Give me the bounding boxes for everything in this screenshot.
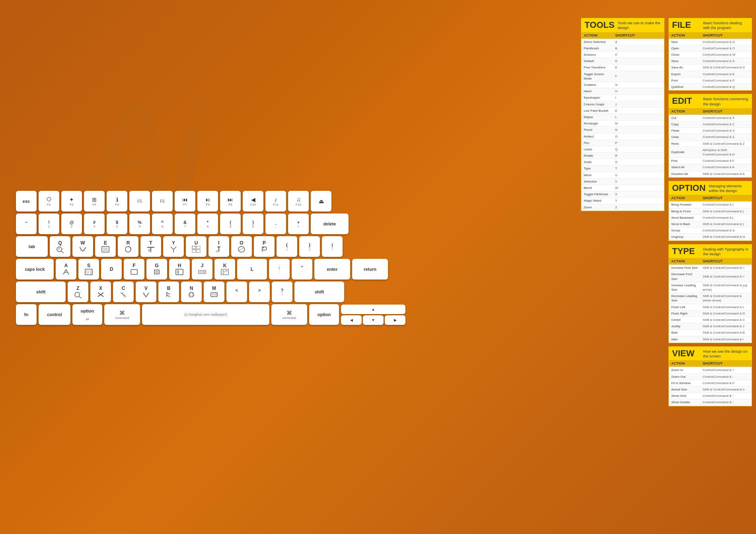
key-4[interactable]: $4 xyxy=(107,214,127,234)
key-f8[interactable]: ⏯F8 xyxy=(197,191,218,212)
key-arrow-left[interactable]: ◀ xyxy=(341,315,362,325)
key-v[interactable]: V xyxy=(136,282,156,302)
key-f11[interactable]: ♪F11 xyxy=(265,191,286,212)
key-option-right[interactable]: option xyxy=(309,304,339,325)
key-b[interactable]: B xyxy=(158,282,179,302)
key-equals[interactable]: += xyxy=(288,214,309,234)
key-return[interactable]: return xyxy=(352,259,388,280)
svg-rect-33 xyxy=(156,271,158,273)
key-s[interactable]: S xyxy=(78,259,99,280)
key-9[interactable]: (9 xyxy=(220,214,241,234)
type-panel-title: TYPE xyxy=(672,247,700,256)
key-f1[interactable]: 🌣F1 xyxy=(39,191,59,212)
key-shift-right[interactable]: shift xyxy=(294,282,344,302)
key-j[interactable]: J xyxy=(192,259,212,280)
key-f3[interactable]: ⊞F3 xyxy=(84,191,105,212)
table-row: RedoShift & Control/Command & Z xyxy=(669,140,752,147)
key-3[interactable]: #3 xyxy=(84,214,105,234)
table-row: UngroupShift & Control/Command & G xyxy=(669,234,752,240)
action-cell: Undo xyxy=(669,134,700,140)
key-f2[interactable]: ✦F2 xyxy=(61,191,82,212)
key-arrow-right[interactable]: ▶ xyxy=(385,315,405,325)
key-command-left[interactable]: ⌘command xyxy=(104,304,140,325)
key-g[interactable]: G xyxy=(146,259,167,280)
key-7[interactable]: &7 xyxy=(175,214,195,234)
key-8[interactable]: *8 xyxy=(197,214,218,234)
action-cell: Show Grid xyxy=(669,393,700,399)
key-option-left[interactable]: optionalt xyxy=(72,304,102,325)
key-period[interactable]: >. xyxy=(249,282,270,302)
key-w[interactable]: W xyxy=(72,236,93,257)
key-control[interactable]: control xyxy=(39,304,70,325)
view-table: ACTIONSHORTCUT Zoom InControl/Command & … xyxy=(669,360,752,406)
key-shift-left[interactable]: shift xyxy=(16,282,66,302)
key-f4[interactable]: ℹF4 xyxy=(107,191,127,212)
key-l[interactable]: L xyxy=(237,259,267,280)
shortcut-cell: Control/Command & V xyxy=(700,128,752,134)
key-bracket-close[interactable]: }] xyxy=(299,236,320,257)
key-n[interactable]: N xyxy=(181,282,202,302)
key-6[interactable]: ^6 xyxy=(152,214,173,234)
shortcut-cell: Control/Command & N xyxy=(700,39,752,45)
key-quote[interactable]: "' xyxy=(292,259,312,280)
key-2[interactable]: @2 xyxy=(61,214,82,234)
key-arrow-up[interactable]: ▲ xyxy=(341,305,405,314)
key-f6[interactable]: F6 xyxy=(152,191,173,212)
key-u[interactable]: U xyxy=(186,236,207,257)
key-c[interactable]: C xyxy=(113,282,134,302)
table-row: Fit In WindowControl/Command & 0 xyxy=(669,380,752,386)
key-f12[interactable]: ♫F12 xyxy=(288,191,309,212)
key-f10[interactable]: ◀F10 xyxy=(243,191,263,212)
key-space[interactable]: (a hongkiat.com wallpaper) xyxy=(142,304,269,325)
svg-text:T: T xyxy=(148,249,150,252)
key-arrow-down[interactable]: ▼ xyxy=(363,315,384,325)
shortcut-cell: H xyxy=(613,88,664,95)
key-comma[interactable]: <, xyxy=(226,282,247,302)
key-fn[interactable]: fn xyxy=(16,304,37,325)
key-h[interactable]: H xyxy=(169,259,190,280)
key-minus[interactable]: _- xyxy=(265,214,286,234)
key-backslash[interactable]: |\ xyxy=(322,236,343,257)
key-e[interactable]: E xyxy=(95,236,116,257)
key-z[interactable]: Z xyxy=(68,282,88,302)
key-command-right[interactable]: ⌘command xyxy=(271,304,307,325)
key-f9[interactable]: ⏭F9 xyxy=(220,191,241,212)
key-caps-lock[interactable]: caps lock xyxy=(16,259,54,280)
key-f5[interactable]: F5 xyxy=(129,191,150,212)
key-o[interactable]: O xyxy=(231,236,252,257)
key-k[interactable]: K xyxy=(214,259,235,280)
key-semicolon[interactable]: :; xyxy=(269,259,290,280)
key-0[interactable]: )0 xyxy=(243,214,263,234)
key-1[interactable]: !1 xyxy=(39,214,59,234)
key-p[interactable]: P xyxy=(254,236,275,257)
reference-panels: TOOLS Tools we use to make the design AC… xyxy=(581,18,752,406)
type-table: ACTIONSHORTCUT Increase Font SizeShift &… xyxy=(669,258,752,342)
key-t[interactable]: T T xyxy=(140,236,161,257)
key-bracket-open[interactable]: {[ xyxy=(277,236,297,257)
svg-point-56 xyxy=(189,292,194,297)
key-5[interactable]: %5 xyxy=(129,214,150,234)
key-i[interactable]: I xyxy=(208,236,229,257)
key-f[interactable]: F xyxy=(124,259,144,280)
key-eject[interactable]: ⏏ xyxy=(311,191,331,212)
key-delete[interactable]: delete xyxy=(311,214,349,234)
key-enter[interactable]: enter xyxy=(314,259,350,280)
key-y[interactable]: Y xyxy=(163,236,184,257)
key-d[interactable]: D xyxy=(101,259,122,280)
table-row: GroupControl/Command & G xyxy=(669,227,752,234)
key-esc[interactable]: esc xyxy=(16,191,37,212)
tools-panel-desc: Tools we use to make the design xyxy=(618,21,661,31)
key-a[interactable]: A xyxy=(56,259,76,280)
table-row: OpenControl/Command & O xyxy=(669,45,752,51)
svg-rect-44 xyxy=(226,270,227,272)
key-m[interactable]: M xyxy=(204,282,224,302)
key-tab[interactable]: tab xyxy=(16,236,48,257)
key-x[interactable]: X xyxy=(90,282,111,302)
key-slash[interactable]: ?/ xyxy=(272,282,292,302)
key-q[interactable]: Q xyxy=(50,236,70,257)
key-f7[interactable]: ⏮F7 xyxy=(175,191,195,212)
shortcut-cell: X xyxy=(613,191,664,198)
key-tilde[interactable]: ~` xyxy=(16,214,37,234)
key-r[interactable]: R xyxy=(118,236,138,257)
svg-line-1 xyxy=(61,251,64,253)
